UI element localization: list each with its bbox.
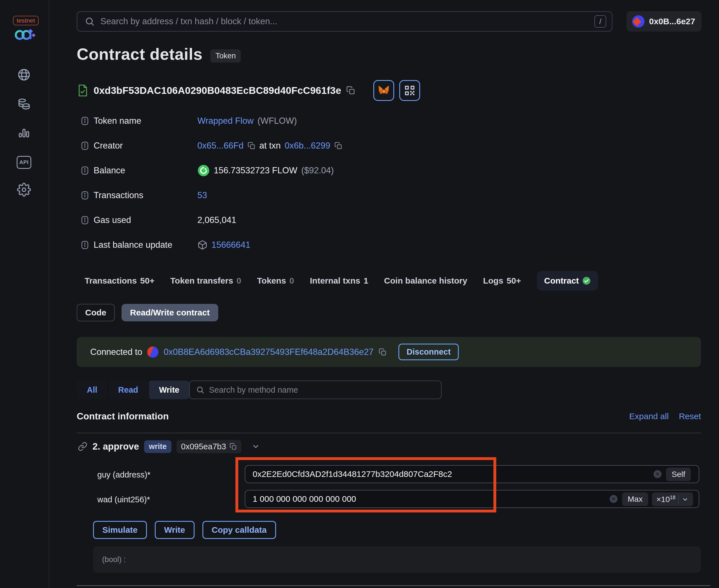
method-type-filter: All Read Write [77,380,189,399]
connected-address-link[interactable]: 0x0B8EA6d6983cCBa39275493FEf648a2D64B36e… [164,347,374,357]
link-anchor-icon[interactable] [78,442,87,451]
tab-token-transfers[interactable]: Token transfers0 [170,276,241,286]
read-write-contract-tab-button[interactable]: Read/Write contract [122,304,218,321]
row-creator: Creator 0x65...66Fd at txn 0x6b...6299 [81,139,342,152]
method-search[interactable] [189,380,441,399]
api-icon: API [17,156,31,169]
page-title: Contract details [77,44,202,63]
wallet-button[interactable]: 0x0B...6e27 [626,11,701,31]
creator-address-link[interactable]: 0x65...66Fd [198,141,244,151]
global-search[interactable]: / [77,11,612,31]
section-divider [77,433,701,433]
contract-address-row: 0xd3bF53DAC106A0290B0483EcBC89d40FcC961f… [77,80,420,101]
creator-mid-text: at txn [260,141,281,151]
method-selector-chip: 0x095ea7b3 [177,440,241,453]
info-icon[interactable] [81,241,88,249]
contract-address: 0xd3bF53DAC106A0290B0483EcBC89d40FcC961f… [94,85,341,96]
tab-tokens[interactable]: Tokens0 [257,276,294,286]
app-logo[interactable] [13,28,37,42]
tab-contract[interactable]: Contract [537,271,598,291]
sidebar-item-tokens[interactable] [16,97,32,112]
block-number-link[interactable]: 15666641 [211,240,250,250]
sidebar-item-settings[interactable] [16,182,32,197]
info-icon[interactable] [81,191,88,200]
infinity-logo-icon [13,28,37,42]
add-to-metamask-button[interactable] [373,80,394,101]
token-type-badge: Token [210,49,241,63]
clear-wad-icon[interactable]: ✕ [610,495,617,503]
copy-connected-address-icon[interactable] [379,348,387,356]
filter-read[interactable]: Read [107,380,148,399]
row-token-name: Token name Wrapped Flow (WFLOW) [81,114,297,128]
bottom-divider [77,585,711,586]
copy-creator-icon[interactable] [248,142,255,150]
transactions-count-link[interactable]: 53 [198,190,207,201]
search-input[interactable] [100,16,589,26]
verified-check-icon [582,276,591,285]
collapse-method-chevron-icon[interactable] [251,442,260,451]
chevron-down-icon [682,496,689,503]
disconnect-button[interactable]: Disconnect [398,343,459,360]
sidebar-item-api[interactable]: API [16,155,32,170]
multiplier-base: ×1018 [656,495,676,504]
method-approve-header[interactable]: 2. approve write 0x095ea7b3 [78,439,260,455]
expand-all-link[interactable]: Expand all [629,412,669,421]
filter-all[interactable]: All [77,380,107,399]
qr-code-button[interactable] [399,80,420,101]
param-guy-input[interactable] [245,465,699,483]
copy-txn-icon[interactable] [334,142,342,150]
wallet-address-short: 0x0B...6e27 [649,17,695,26]
balance-value: 156.73532723 FLOW [214,166,297,175]
testnet-badge: testnet [13,16,39,25]
method-output-panel: (bool) : [93,546,701,573]
slash-shortcut-key[interactable]: / [594,15,606,28]
filter-write[interactable]: Write [148,380,189,399]
gas-used-value: 2,065,041 [198,215,236,225]
contract-subnav: Code Read/Write contract [77,304,218,321]
method-name: 2. approve [93,441,139,452]
clear-guy-icon[interactable]: ✕ [654,470,661,478]
tab-internal-txns[interactable]: Internal txns1 [310,276,368,286]
param-wad-label: wad (uint256)* [97,495,150,504]
metamask-fox-icon [377,84,390,97]
row-label: Last balance update [94,240,172,250]
connected-banner: Connected to 0x0B8EA6d6983cCBa39275493FE… [77,337,701,367]
dropdown-separator [678,495,679,504]
self-button[interactable]: Self [666,468,691,481]
info-icon[interactable] [81,166,88,175]
contract-information-header: Contract information Expand all Reset [77,411,701,422]
search-icon [85,16,95,26]
bar-chart-icon [17,125,31,139]
sidebar-item-stats[interactable] [16,125,32,140]
token-name-link[interactable]: Wrapped Flow [198,116,253,126]
tab-coin-balance-history[interactable]: Coin balance history [384,276,467,286]
info-icon[interactable] [81,216,88,224]
info-icon[interactable] [81,117,88,125]
tab-transactions[interactable]: Transactions50+ [85,276,155,286]
simulate-button[interactable]: Simulate [93,521,147,539]
row-label: Transactions [94,190,143,201]
max-button[interactable]: Max [622,492,648,506]
code-tab-button[interactable]: Code [77,304,115,321]
multiplier-dropdown[interactable]: ×1018 [652,492,693,506]
copy-address-icon[interactable] [346,86,355,95]
write-button[interactable]: Write [155,521,194,539]
search-icon [196,385,204,394]
globe-icon [17,68,31,82]
copy-selector-icon[interactable] [229,443,237,450]
tab-logs[interactable]: Logs50+ [483,276,521,286]
token-symbol: (WFLOW) [258,116,296,126]
creation-txn-link[interactable]: 0x6b...6299 [285,141,330,151]
sidebar-item-blockchain[interactable] [16,67,32,82]
contract-details-page: testnet [0,0,719,588]
info-icon[interactable] [81,142,88,150]
connected-avatar [147,346,159,358]
reset-link[interactable]: Reset [679,412,701,421]
row-label: Creator [94,141,123,151]
copy-calldata-button[interactable]: Copy calldata [202,521,276,539]
wallet-avatar [632,15,644,28]
method-search-input[interactable] [209,385,435,395]
output-bool-label: (bool) : [102,555,126,564]
section-title: Contract information [77,411,169,422]
gear-icon [17,183,31,197]
